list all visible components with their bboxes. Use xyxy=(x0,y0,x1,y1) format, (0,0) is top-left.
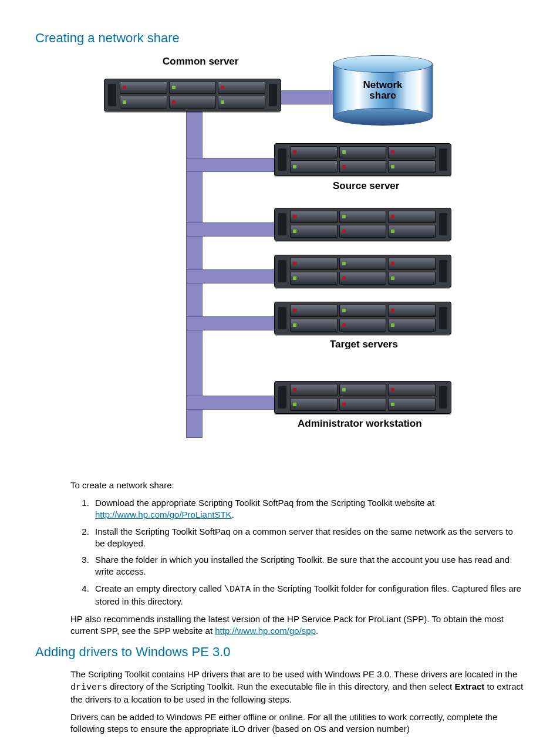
label-source-server: Source server xyxy=(333,180,399,193)
drivers-paragraph-2: Drivers can be added to Windows PE eithe… xyxy=(70,711,525,735)
spp-paragraph: HP also recommends installing the latest… xyxy=(70,613,525,637)
step-3: Share the folder in which you installed … xyxy=(92,554,525,578)
label-network-share-line2: share xyxy=(369,90,396,101)
label-target-servers: Target servers xyxy=(330,338,398,352)
code-data-dir: \DATA xyxy=(224,585,251,595)
drivers-paragraph-1: The Scripting Toolkit contains HP driver… xyxy=(70,669,525,706)
link-spp[interactable]: http://www.hp.com/go/spp xyxy=(215,626,316,636)
intro-text: To create a network share: xyxy=(70,480,525,491)
section-heading-network-share: Creating a network share xyxy=(35,29,525,47)
link-proliant-stk[interactable]: http://www.hp.com/go/ProLiantSTK xyxy=(95,509,232,519)
label-common-server: Common server xyxy=(163,55,238,69)
code-drivers-dir: drivers xyxy=(70,683,107,693)
step-2: Install the Scripting Toolkit SoftPaq on… xyxy=(92,526,525,550)
steps-list: Download the appropriate Scripting Toolk… xyxy=(70,497,525,607)
label-network-share-line1: Network xyxy=(363,79,402,90)
step-4: Create an empty directory called \DATA i… xyxy=(92,583,525,608)
extract-bold: Extract xyxy=(454,681,484,691)
step-1: Download the appropriate Scripting Toolk… xyxy=(92,497,525,521)
section-heading-drivers: Adding drivers to Windows PE 3.0 xyxy=(35,643,525,661)
label-admin-workstation: Administrator workstation xyxy=(298,417,422,431)
network-diagram: Common server Network share Source serve… xyxy=(35,55,525,469)
